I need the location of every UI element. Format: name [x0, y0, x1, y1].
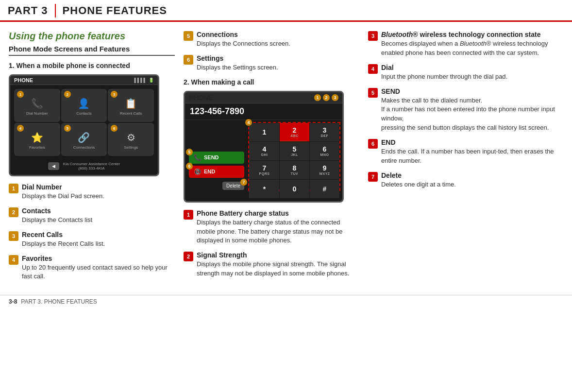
- phone-back-btn: ◀: [48, 162, 59, 170]
- phone-btn-dial: 1 📞 Dial Number: [14, 89, 60, 122]
- item-3-title: Recent Calls: [22, 231, 105, 239]
- key-6: 6 MNO: [310, 142, 339, 160]
- favorites-label: Favorites: [29, 145, 45, 150]
- btn-badge-2: 2: [64, 91, 71, 98]
- send-badge: 5: [186, 149, 193, 155]
- item-6-title: Settings: [197, 54, 278, 62]
- call-screen-top: PHONE 1 2 3: [185, 92, 342, 103]
- right-item-6: 6 END Ends the call. If a number has bee…: [368, 138, 563, 166]
- delete-badge: 7: [240, 179, 247, 186]
- right-item-3: 3 Bluetooth® wireless technology connect…: [368, 31, 563, 58]
- call-badge-1: 1: [184, 210, 193, 220]
- call-item-2-title: Signal Strength: [197, 251, 359, 259]
- phone-btn-settings: 6 ⚙ Settings: [108, 123, 154, 156]
- right-column: 3 Bluetooth® wireless technology connect…: [368, 31, 563, 287]
- right-item-5-content: SEND Makes the call to the dialed number…: [381, 87, 563, 133]
- key-2: 2 ABC: [280, 123, 309, 141]
- item-3: 3 Recent Calls Displays the Recent Calls…: [9, 231, 175, 249]
- call-item-1-title: Phone Battery charge status: [197, 209, 359, 217]
- badge-4: 4: [9, 255, 18, 265]
- item-6: 6 Settings Displays the Settings screen.: [184, 54, 359, 72]
- settings-icon: ⚙: [127, 132, 135, 143]
- dialpad-container: 4 1 2 ABC 3 DEF: [248, 122, 340, 191]
- delete-btn: 7 Delete: [222, 182, 244, 190]
- item-5-title: Connections: [197, 31, 290, 38]
- dialpad: 1 2 ABC 3 DEF 4 GHI: [249, 123, 339, 198]
- main-content: Using the phone features Phone Mode Scre…: [0, 22, 572, 292]
- phone-btn-favorites: 4 ⭐ Favorites: [14, 123, 60, 156]
- item-6-desc: Displays the Settings screen.: [197, 63, 278, 72]
- dialpad-badge-4: 4: [245, 119, 252, 126]
- when-call-heading: 2. When making a call: [184, 78, 359, 86]
- footer-label: PART 3. PHONE FEATURES: [21, 298, 97, 305]
- footer-page: 3-8: [9, 298, 17, 305]
- right-item-4-title: Dial: [381, 64, 507, 71]
- right-item-5-desc: Makes the call to the dialed number.If a…: [381, 96, 563, 133]
- badge-6: 6: [184, 55, 193, 65]
- left-column: Using the phone features Phone Mode Scre…: [9, 31, 184, 287]
- right-item-6-title: END: [381, 138, 563, 146]
- badge-1: 1: [9, 184, 18, 193]
- item-1-content: Dial Number Displays the Dial Pad screen…: [22, 183, 104, 201]
- btn-badge-4: 4: [17, 125, 24, 132]
- contacts-icon: 👤: [78, 98, 90, 109]
- key-1: 1: [250, 123, 279, 141]
- item-2: 2 Contacts Displays the Contacts list: [9, 207, 175, 225]
- btn-badge-6: 6: [111, 125, 118, 132]
- call-item-2: 2 Signal Strength Displays the mobile ph…: [184, 251, 359, 278]
- item-5-desc: Displays the Connections screen.: [197, 39, 290, 49]
- connections-label: Connections: [73, 145, 95, 150]
- recent-icon: 📋: [125, 98, 137, 109]
- phone-buttons-grid: 1 📞 Dial Number 2 👤 Contacts 3 📋 Recent …: [10, 85, 158, 160]
- section-title: Using the phone features: [9, 31, 175, 42]
- signal-icon: ▌▌▌▌: [134, 78, 147, 83]
- top-badge-3: 3: [332, 94, 338, 101]
- item-5: 5 Connections Displays the Connections s…: [184, 31, 359, 49]
- key-7: 7 PQRS: [250, 161, 279, 179]
- delete-row: 7 Delete: [189, 182, 244, 190]
- key-5: 5 JKL: [280, 142, 309, 160]
- call-screen-body: 5 📞 SEND 6 📵 END 7 Delete: [185, 120, 342, 193]
- right-item-3-content: Bluetooth® wireless technology connectio…: [381, 31, 563, 58]
- page-footer: 3-8 PART 3. PHONE FEATURES: [0, 295, 572, 308]
- phone-btn-contacts: 2 👤 Contacts: [61, 89, 107, 122]
- call-number: 123-456-7890: [185, 103, 342, 120]
- badge-5: 5: [184, 31, 193, 41]
- subsection-header: Phone Mode Screens and Features: [9, 45, 175, 56]
- mid-column: 5 Connections Displays the Connections s…: [184, 31, 368, 287]
- connections-icon: 🔗: [78, 132, 90, 143]
- top-badge-1: 1: [314, 94, 321, 101]
- right-badge-4: 4: [368, 64, 378, 74]
- phone-icons: ▌▌▌▌ 🔋: [134, 78, 154, 83]
- header-divider: [55, 4, 56, 17]
- item-4-desc: Up to 20 frequently used contact saved s…: [22, 263, 175, 282]
- badge-3: 3: [9, 231, 18, 241]
- favorites-icon: ⭐: [31, 132, 43, 143]
- key-star: *: [250, 180, 279, 198]
- item-3-content: Recent Calls Displays the Recent Calls l…: [22, 231, 105, 249]
- phone-btn-connections: 5 🔗 Connections: [61, 123, 107, 156]
- phone-top-bar: PHONE ▌▌▌▌ 🔋: [10, 76, 158, 85]
- right-item-5-title: SEND: [381, 87, 563, 95]
- right-badge-5: 5: [368, 88, 378, 98]
- item-1-desc: Displays the Dial Pad screen.: [22, 192, 104, 201]
- item-4-title: Favorites: [22, 255, 175, 262]
- item-6-content: Settings Displays the Settings screen.: [197, 54, 278, 72]
- call-item-1: 1 Phone Battery charge status Displays t…: [184, 209, 359, 246]
- right-item-4-content: Dial Input the phone number through the …: [381, 64, 507, 82]
- delete-label: Delete: [226, 183, 240, 188]
- call-screen: PHONE 1 2 3 123-456-7890 5 📞 SEND: [184, 91, 344, 203]
- key-hash: #: [310, 180, 339, 198]
- call-badge-2: 2: [184, 252, 193, 261]
- item-4-content: Favorites Up to 20 frequently used conta…: [22, 255, 175, 282]
- send-label: SEND: [204, 154, 219, 160]
- header-part: PART 3: [8, 4, 48, 17]
- settings-label: Settings: [124, 145, 138, 150]
- right-item-6-content: END Ends the call. If a number has been …: [381, 138, 563, 166]
- item-4: 4 Favorites Up to 20 frequently used con…: [9, 255, 175, 282]
- right-item-3-desc: Becomes displayed when a Bluetooth® wire…: [381, 39, 563, 58]
- end-phone-icon: 📵: [194, 168, 202, 175]
- call-item-2-desc: Displays the mobile phone signal strengt…: [197, 260, 359, 278]
- right-item-7-title: Delete: [381, 171, 456, 179]
- badge-2: 2: [9, 207, 18, 217]
